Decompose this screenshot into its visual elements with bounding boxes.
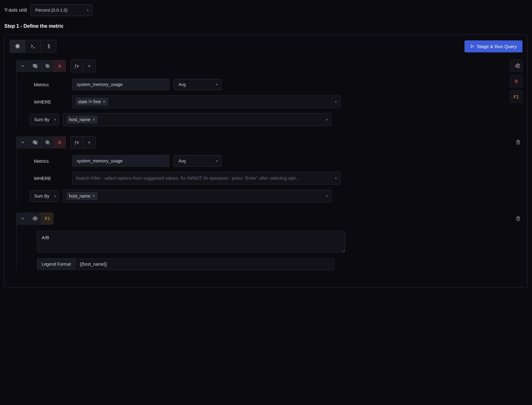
add-button-a[interactable]: + [83,60,95,72]
svg-marker-5 [471,45,473,47]
toggle-visibility-formula-f1[interactable] [29,212,41,225]
y-axis-unit-label: Y-axis unit [4,7,27,13]
add-button-b[interactable]: + [83,136,95,149]
play-icon [470,44,474,48]
fx-button-a[interactable]: ƒx [71,60,83,72]
where-placeholder-b: Search Filter : select options from sugg… [76,176,299,181]
where-filter-input-a[interactable]: state != free ✕ ▾ [72,95,340,108]
delete-query-b[interactable] [514,138,522,146]
step-1-title: Step 1 - Define the metric [4,23,528,29]
sumby-label-b: Sum By [34,194,49,198]
atom-icon [15,43,20,49]
chevron-down-icon: ▾ [216,159,218,163]
query-b-block: B ƒx + Metrics system_memory_usage Avg ▾… [16,136,522,202]
query-a-block: A ƒx + Metrics system_memory_usage Avg ▾… [16,59,522,126]
metric-name-input-b[interactable]: system_memory_usage [72,155,170,167]
chevron-down-icon: ▾ [54,118,56,122]
copy-icon [45,140,50,145]
query-a-letter: A [54,60,66,72]
where-label-a: WHERE [34,99,68,104]
fx-button-b[interactable]: ƒx [71,136,83,149]
chevron-down-icon: ▾ [216,83,218,87]
run-button-label: Stage & Run Query [477,44,517,49]
chevron-down-icon [21,216,25,221]
query-b-letter: B [54,136,66,149]
legend-format-input[interactable]: {{host_name}} [75,258,334,270]
delete-formula-f1[interactable] [514,214,522,223]
where-filter-input-b[interactable]: Search Filter : select options from sugg… [72,172,340,185]
builder-mode-button[interactable] [10,40,25,52]
chevron-down-icon: ▾ [326,118,328,122]
aggregation-value-a: Avg [178,82,186,87]
sumby-input-b[interactable]: host_name ✕ ▾ [63,190,331,202]
chevron-down-icon: ▾ [335,176,337,180]
formula-f1-letter: F1 [41,212,54,225]
y-axis-unit-select[interactable]: Percent (0.0-1.0) ▾ [31,4,92,16]
toggle-visibility-query-a[interactable] [29,60,41,72]
aggregation-select-a[interactable]: Avg ▾ [174,79,221,90]
metric-name-input-a[interactable]: system_memory_usage [72,79,170,90]
duplicate-query-b[interactable] [41,136,54,149]
sumby-tag-a: host_name ✕ [67,116,98,124]
sumby-select-b[interactable]: Sum By ▾ [30,190,59,202]
y-axis-unit-value: Percent (0.0-1.0) [35,8,68,13]
aggregation-value-b: Avg [178,158,186,163]
logs-mode-button[interactable] [41,40,56,52]
trash-icon [516,63,521,68]
chevron-down-icon: ▾ [335,100,337,104]
sumby-label-a: Sum By [34,117,49,122]
metrics-label-a: Metrics [34,82,68,87]
remove-tag-icon[interactable]: ✕ [92,117,95,122]
metrics-label-b: Metrics [34,158,68,164]
formula-expression-input[interactable] [37,231,345,252]
chevron-down-icon [21,64,25,68]
terminal-icon [30,43,36,49]
toggle-visibility-query-b[interactable] [29,136,41,149]
copy-icon [45,63,50,68]
trash-icon [516,216,521,221]
where-tag-a: state != free ✕ [76,98,108,106]
code-mode-button[interactable] [25,40,41,52]
eye-off-icon [32,63,38,69]
chevron-down-icon: ▾ [326,194,328,198]
duplicate-query-a[interactable] [41,60,54,72]
sumby-tag-b: host_name ✕ [67,192,98,200]
chevron-down-icon: ▾ [54,194,56,198]
trash-icon [516,140,521,145]
chevron-down-icon: ▾ [87,8,89,12]
query-mode-toggle [10,40,56,53]
where-tag-text-a: state != free [78,99,101,104]
sumby-input-a[interactable]: host_name ✕ ▾ [63,113,331,126]
remove-tag-icon[interactable]: ✕ [92,194,95,198]
where-label-b: WHERE [34,176,68,181]
stage-run-query-button[interactable]: Stage & Run Query [464,40,522,52]
svg-point-14 [34,218,36,219]
collapse-query-b[interactable] [17,136,29,149]
eye-off-icon [32,140,38,145]
legend-format-label: Legend Format [37,258,75,270]
aggregation-select-b[interactable]: Avg ▾ [174,155,221,166]
sumby-tag-text-b: host_name [69,194,90,198]
chevron-down-icon [21,140,25,145]
remove-tag-icon[interactable]: ✕ [103,100,106,104]
eye-icon [32,216,38,221]
formula-f1-block: F1 Legend Format {{host_name}} [16,212,522,270]
collapse-query-a[interactable] [17,60,29,72]
metric-panel: Stage & Run Query A B F1 A ƒx [4,35,528,288]
collapse-formula-f1[interactable] [17,212,29,225]
sumby-select-a[interactable]: Sum By ▾ [30,114,59,125]
sumby-tag-text-a: host_name [69,117,90,122]
flame-icon [46,44,51,49]
delete-query-a[interactable] [514,61,522,70]
svg-point-0 [17,46,18,47]
